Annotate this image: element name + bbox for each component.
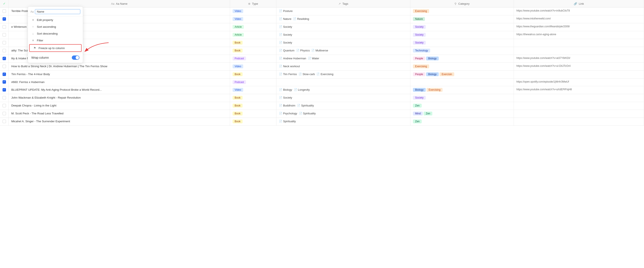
tag-doc-icon: 📄 xyxy=(279,88,282,91)
link-column-header[interactable]: 🔗 Link xyxy=(514,0,644,8)
row-link[interactable]: https://www.youtube.com/watch?v=in9ubCil… xyxy=(516,9,570,12)
row-checkbox[interactable] xyxy=(2,112,6,115)
table-header-row: ✓ Aa Aa Name ⊕ Type ↗ Tags ⚲ Category xyxy=(0,0,644,8)
row-checkbox-cell xyxy=(0,23,9,31)
type-badge: Book xyxy=(232,96,242,100)
row-checkbox[interactable] xyxy=(2,96,6,99)
row-name-cell: Deepak Chopra - Living in the Light xyxy=(9,102,230,110)
row-name-cell: BLUEPRINT UPDATE: My Anti-Aging Protocol… xyxy=(9,86,230,94)
category-badge: Zen xyxy=(424,112,432,115)
type-badge: Book xyxy=(232,49,242,53)
tag-doc-icon: 📄 xyxy=(297,104,300,107)
row-checkbox-cell xyxy=(0,63,9,71)
row-link[interactable]: https://www.youtube.com/watch?v=at37Y8rK… xyxy=(516,57,570,60)
row-category-cell: BiologyExercising xyxy=(410,86,514,94)
column-name-input[interactable] xyxy=(35,9,80,14)
link-col-label: Link xyxy=(579,2,584,5)
table-row: John Wackman & Elizabeth Knight - Repair… xyxy=(0,94,644,102)
row-type-cell: Book xyxy=(230,118,276,126)
row-link[interactable]: https://www.theguardian.com/lifeandstyle… xyxy=(516,25,570,28)
row-checkbox[interactable] xyxy=(2,33,6,37)
tag-doc-icon: 📄 xyxy=(311,49,314,52)
row-type-cell: Article xyxy=(230,31,276,39)
row-type-cell: Video xyxy=(230,86,276,94)
row-tags-cell: 📄 Quantum📄 Physics📄 Multiverse xyxy=(276,47,410,55)
row-checkbox[interactable] xyxy=(2,80,6,84)
row-link-cell: https://www.youtube.com/watch?v=at37Y8rK… xyxy=(514,55,644,63)
row-checkbox[interactable] xyxy=(2,104,6,107)
row-tags-cell: 📄 Society xyxy=(276,94,410,102)
row-link-cell xyxy=(514,110,644,118)
tag-item: 📄 Andrew Huberman xyxy=(279,57,306,60)
row-category-cell: Society xyxy=(410,31,514,39)
filter-item[interactable]: ≡ Filter xyxy=(28,37,83,44)
row-link[interactable]: https://www.intotherewild.com/ xyxy=(516,17,551,20)
row-checkbox[interactable] xyxy=(2,17,6,21)
row-link[interactable]: https://open.spotify.com/episode/1jWr4r3… xyxy=(516,80,569,83)
row-checkbox-cell xyxy=(0,79,9,86)
row-checkbox[interactable] xyxy=(2,57,6,60)
row-category-cell: Technology xyxy=(410,47,514,55)
row-category-cell: Nature xyxy=(410,15,514,23)
row-name: Deepak Chopra - Living in the Light xyxy=(11,104,56,107)
row-name-cell: #660: Ferriss x Huberman xyxy=(9,79,230,86)
table-row: BLUEPRINT UPDATE: My Anti-Aging Protocol… xyxy=(0,86,644,94)
sort-descending-item[interactable]: ↓ Sort descending xyxy=(28,30,83,37)
row-category-cell: PeopleBiology xyxy=(410,55,514,63)
tag-item: 📄 Posture xyxy=(279,9,292,13)
row-checkbox-cell xyxy=(0,102,9,110)
row-tags-cell: 📄 Neck workout xyxy=(276,63,410,71)
row-name-cell: M. Scott Peck - The Road Less Travelled xyxy=(9,110,230,118)
row-category-cell: Exercising xyxy=(410,8,514,15)
category-badge: Mind xyxy=(413,112,423,115)
table-row: lity & Intake for HealthPodcast📄 Andrew … xyxy=(0,55,644,63)
type-column-header[interactable]: ⊕ Type xyxy=(230,0,276,8)
tag-item: 📄 Psychology xyxy=(279,112,297,115)
row-checkbox[interactable] xyxy=(2,25,6,29)
category-badge: Biology xyxy=(413,88,426,92)
tags-column-header[interactable]: ↗ Tags xyxy=(276,0,410,8)
category-badge: Exercising xyxy=(426,88,442,92)
row-link[interactable]: https://thewalrus.ca/on-aging-alone xyxy=(516,33,556,36)
row-name-cell: How to Build a Strong Neck | Dr. Andrew … xyxy=(9,63,230,71)
tag-doc-icon: 📄 xyxy=(279,9,282,12)
category-badge: Society xyxy=(413,25,426,29)
row-checkbox[interactable] xyxy=(2,88,6,91)
row-checkbox-cell xyxy=(0,39,9,47)
row-checkbox[interactable] xyxy=(2,49,6,52)
row-name: How to Build a Strong Neck | Dr. Andrew … xyxy=(11,65,107,68)
tag-doc-icon: 📄 xyxy=(279,73,282,76)
row-link[interactable]: https://www.youtube.com/watch?v=ul-D4JTc… xyxy=(516,64,570,67)
tag-doc-icon: 📄 xyxy=(299,112,302,115)
row-link[interactable]: https://www.youtube.com/watch?v=aXdEPiFI… xyxy=(516,88,572,91)
row-type-cell: Article xyxy=(230,23,276,31)
freeze-column-item[interactable]: ⚑ Freeze up to column xyxy=(29,44,82,52)
category-column-header[interactable]: ⚲ Category xyxy=(410,0,514,8)
row-checkbox-cell xyxy=(0,31,9,39)
table-row: Article📄 SocietySocietyhttps://thewalrus… xyxy=(0,31,644,39)
wrap-column-toggle[interactable] xyxy=(72,55,80,60)
edit-property-item[interactable]: ≡ Edit property xyxy=(28,17,83,23)
row-checkbox-cell xyxy=(0,118,9,126)
row-checkbox[interactable] xyxy=(2,9,6,13)
tag-doc-icon: 📄 xyxy=(279,120,282,123)
tag-item: 📄 Spirituality xyxy=(297,104,314,107)
tag-doc-icon: 📄 xyxy=(279,112,282,115)
row-checkbox[interactable] xyxy=(2,120,6,123)
tag-doc-icon: 📄 xyxy=(294,88,297,91)
type-badge: Podcast xyxy=(232,57,246,60)
sort-ascending-item[interactable]: ↑ Sort ascending xyxy=(28,23,83,30)
row-category-cell xyxy=(410,79,514,86)
tags-col-icon: ↗ xyxy=(338,2,341,5)
row-checkbox[interactable] xyxy=(2,41,6,44)
type-badge: Article xyxy=(232,33,244,37)
row-tags-cell: 📄 Nature📄 Rewilding xyxy=(276,15,410,23)
row-link-cell xyxy=(514,118,644,126)
tag-item: 📄 Slow-carb xyxy=(298,73,315,76)
row-checkbox[interactable] xyxy=(2,65,6,68)
row-checkbox[interactable] xyxy=(2,73,6,76)
row-category-cell: MindZen xyxy=(410,110,514,118)
type-badge: Book xyxy=(232,41,242,45)
row-tags-cell: 📄 Society xyxy=(276,31,410,39)
row-checkbox-cell xyxy=(0,47,9,55)
